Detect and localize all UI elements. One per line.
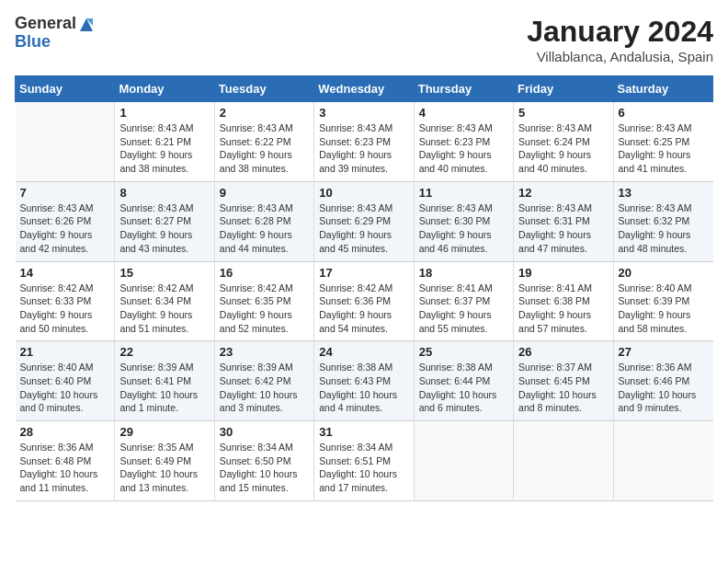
weekday-header-thursday: Thursday [414,76,513,102]
day-info: Sunrise: 8:43 AMSunset: 6:24 PMDaylight:… [518,121,608,176]
calendar-cell: 8Sunrise: 8:43 AMSunset: 6:27 PMDaylight… [115,181,214,261]
calendar-cell: 14Sunrise: 8:42 AMSunset: 6:33 PMDayligh… [16,261,115,341]
calendar-cell: 9Sunrise: 8:43 AMSunset: 6:28 PMDaylight… [214,181,313,261]
day-info: Sunrise: 8:40 AMSunset: 6:39 PMDaylight:… [619,282,709,336]
weekday-header-tuesday: Tuesday [214,76,313,102]
day-info: Sunrise: 8:43 AMSunset: 6:21 PMDaylight:… [119,121,209,176]
logo-icon [78,17,95,33]
calendar-cell: 11Sunrise: 8:43 AMSunset: 6:30 PMDayligh… [414,181,513,261]
day-info: Sunrise: 8:43 AMSunset: 6:28 PMDaylight:… [220,201,309,256]
day-info: Sunrise: 8:38 AMSunset: 6:44 PMDaylight:… [419,361,508,415]
day-number: 14 [20,266,110,280]
calendar-week-row: 21Sunrise: 8:40 AMSunset: 6:40 PMDayligh… [16,341,713,421]
day-info: Sunrise: 8:43 AMSunset: 6:25 PMDaylight:… [619,121,709,176]
day-number: 10 [319,186,408,200]
day-number: 20 [619,266,709,280]
weekday-header-wednesday: Wednesday [314,76,414,102]
weekday-header-saturday: Saturday [613,76,712,102]
calendar-cell: 24Sunrise: 8:38 AMSunset: 6:43 PMDayligh… [314,341,414,421]
day-info: Sunrise: 8:43 AMSunset: 6:26 PMDaylight:… [20,201,110,256]
day-info: Sunrise: 8:43 AMSunset: 6:23 PMDaylight:… [319,121,408,176]
calendar-cell [613,421,712,501]
day-info: Sunrise: 8:36 AMSunset: 6:46 PMDaylight:… [619,361,709,415]
calendar-body: 1Sunrise: 8:43 AMSunset: 6:21 PMDaylight… [16,102,713,501]
day-number: 19 [518,266,608,280]
calendar-cell: 4Sunrise: 8:43 AMSunset: 6:23 PMDaylight… [414,102,513,182]
title-block: January 2024 Villablanca, Andalusia, Spa… [527,15,713,64]
day-number: 29 [119,425,209,439]
calendar-cell [514,421,613,501]
day-number: 7 [20,186,110,200]
calendar-cell [414,421,513,501]
calendar-cell: 29Sunrise: 8:35 AMSunset: 6:49 PMDayligh… [115,421,214,501]
day-info: Sunrise: 8:43 AMSunset: 6:23 PMDaylight:… [419,121,508,176]
day-info: Sunrise: 8:42 AMSunset: 6:35 PMDaylight:… [220,282,309,336]
day-number: 25 [419,345,508,359]
calendar-cell: 30Sunrise: 8:34 AMSunset: 6:50 PMDayligh… [214,421,313,501]
day-info: Sunrise: 8:43 AMSunset: 6:22 PMDaylight:… [220,121,309,176]
calendar-cell: 31Sunrise: 8:34 AMSunset: 6:51 PMDayligh… [314,421,414,501]
calendar-cell: 22Sunrise: 8:39 AMSunset: 6:41 PMDayligh… [115,341,214,421]
day-info: Sunrise: 8:43 AMSunset: 6:30 PMDaylight:… [419,201,508,256]
day-info: Sunrise: 8:41 AMSunset: 6:37 PMDaylight:… [419,282,508,336]
calendar-cell: 10Sunrise: 8:43 AMSunset: 6:29 PMDayligh… [314,181,414,261]
day-number: 9 [220,186,309,200]
calendar-table: SundayMondayTuesdayWednesdayThursdayFrid… [15,75,713,501]
day-number: 6 [619,106,709,120]
day-info: Sunrise: 8:43 AMSunset: 6:29 PMDaylight:… [319,201,408,256]
calendar-cell: 19Sunrise: 8:41 AMSunset: 6:38 PMDayligh… [514,261,613,341]
logo: General Blue [15,15,95,52]
calendar-cell: 6Sunrise: 8:43 AMSunset: 6:25 PMDaylight… [613,102,712,182]
calendar-cell: 17Sunrise: 8:42 AMSunset: 6:36 PMDayligh… [314,261,414,341]
day-number: 1 [119,106,209,120]
calendar-cell: 18Sunrise: 8:41 AMSunset: 6:37 PMDayligh… [414,261,513,341]
calendar-cell: 27Sunrise: 8:36 AMSunset: 6:46 PMDayligh… [613,341,712,421]
day-info: Sunrise: 8:43 AMSunset: 6:32 PMDaylight:… [619,201,709,256]
weekday-header-sunday: Sunday [16,76,115,102]
day-number: 28 [20,425,110,439]
calendar-cell [16,102,115,182]
logo-text: General Blue [15,15,95,52]
weekday-header-row: SundayMondayTuesdayWednesdayThursdayFrid… [16,76,713,102]
day-number: 12 [518,186,608,200]
weekday-header-friday: Friday [514,76,613,102]
day-number: 18 [419,266,508,280]
day-info: Sunrise: 8:35 AMSunset: 6:49 PMDaylight:… [119,441,209,495]
day-number: 23 [220,345,309,359]
day-info: Sunrise: 8:42 AMSunset: 6:34 PMDaylight:… [119,282,209,336]
calendar-cell: 15Sunrise: 8:42 AMSunset: 6:34 PMDayligh… [115,261,214,341]
day-number: 15 [119,266,209,280]
day-info: Sunrise: 8:37 AMSunset: 6:45 PMDaylight:… [518,361,608,415]
calendar-week-row: 7Sunrise: 8:43 AMSunset: 6:26 PMDaylight… [16,181,713,261]
calendar-cell: 3Sunrise: 8:43 AMSunset: 6:23 PMDaylight… [314,102,414,182]
day-number: 3 [319,106,408,120]
day-info: Sunrise: 8:40 AMSunset: 6:40 PMDaylight:… [20,361,110,415]
day-number: 21 [20,345,110,359]
page-header: General Blue January 2024 Villablanca, A… [15,15,713,64]
day-number: 5 [518,106,608,120]
day-number: 8 [119,186,209,200]
day-number: 2 [220,106,309,120]
calendar-cell: 26Sunrise: 8:37 AMSunset: 6:45 PMDayligh… [514,341,613,421]
day-number: 24 [319,345,408,359]
day-info: Sunrise: 8:34 AMSunset: 6:51 PMDaylight:… [319,441,408,495]
calendar-cell: 12Sunrise: 8:43 AMSunset: 6:31 PMDayligh… [514,181,613,261]
calendar-cell: 21Sunrise: 8:40 AMSunset: 6:40 PMDayligh… [16,341,115,421]
calendar-cell: 23Sunrise: 8:39 AMSunset: 6:42 PMDayligh… [214,341,313,421]
calendar-header: SundayMondayTuesdayWednesdayThursdayFrid… [16,76,713,102]
day-info: Sunrise: 8:42 AMSunset: 6:33 PMDaylight:… [20,282,110,336]
day-number: 30 [220,425,309,439]
day-number: 31 [319,425,408,439]
day-number: 22 [119,345,209,359]
calendar-cell: 2Sunrise: 8:43 AMSunset: 6:22 PMDaylight… [214,102,313,182]
day-number: 17 [319,266,408,280]
day-info: Sunrise: 8:43 AMSunset: 6:27 PMDaylight:… [119,201,209,256]
calendar-cell: 7Sunrise: 8:43 AMSunset: 6:26 PMDaylight… [16,181,115,261]
day-number: 16 [220,266,309,280]
day-info: Sunrise: 8:42 AMSunset: 6:36 PMDaylight:… [319,282,408,336]
calendar-week-row: 1Sunrise: 8:43 AMSunset: 6:21 PMDaylight… [16,102,713,182]
day-number: 4 [419,106,508,120]
calendar-cell: 1Sunrise: 8:43 AMSunset: 6:21 PMDaylight… [115,102,214,182]
day-info: Sunrise: 8:41 AMSunset: 6:38 PMDaylight:… [518,282,608,336]
calendar-week-row: 14Sunrise: 8:42 AMSunset: 6:33 PMDayligh… [16,261,713,341]
